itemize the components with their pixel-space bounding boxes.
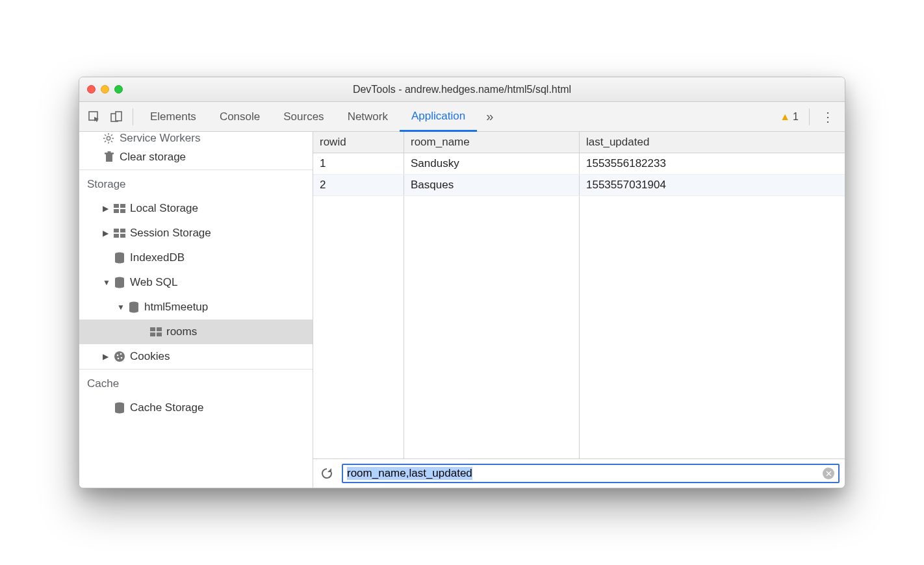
svg-rect-19 [114, 229, 119, 232]
tabs-overflow-icon[interactable]: » [477, 102, 502, 131]
sidebar-item-websql[interactable]: ▼ Web SQL [79, 270, 313, 295]
svg-point-32 [120, 353, 122, 355]
titlebar: DevTools - andrew.hedges.name/html5/sql.… [79, 77, 845, 102]
table-icon [113, 204, 126, 213]
trash-icon [103, 151, 116, 163]
svg-point-30 [114, 351, 125, 362]
svg-rect-16 [120, 204, 125, 208]
settings-menu-icon[interactable]: ⋮ [815, 109, 841, 125]
device-toolbar-icon[interactable] [105, 106, 127, 128]
inspect-element-icon[interactable] [83, 106, 105, 128]
svg-rect-21 [114, 234, 119, 238]
svg-rect-28 [150, 333, 155, 336]
svg-point-31 [117, 355, 119, 357]
sidebar-item-indexeddb[interactable]: IndexedDB [79, 245, 313, 270]
svg-line-11 [111, 134, 112, 136]
column-header[interactable]: last_updated [580, 132, 845, 153]
svg-point-3 [107, 136, 110, 140]
table-empty-area [313, 196, 845, 458]
column-header[interactable]: room_name [404, 132, 580, 153]
tab-sources[interactable]: Sources [272, 102, 335, 131]
database-icon [113, 402, 126, 414]
application-sidebar: Service Workers Clear storage Storage ▶ … [79, 132, 313, 488]
table-row[interactable]: 1 Sandusky 1553556182233 [313, 153, 845, 175]
warning-count-value: 1 [793, 111, 799, 123]
sidebar-item-label: Cache Storage [130, 401, 203, 414]
sidebar-item-label: IndexedDB [130, 251, 185, 264]
sidebar-item-clear-storage[interactable]: Clear storage [79, 145, 313, 170]
table-icon [149, 327, 162, 336]
tab-elements[interactable]: Elements [138, 102, 208, 131]
cell: Basques [404, 175, 580, 195]
svg-point-34 [118, 358, 120, 360]
cookie-icon [113, 351, 126, 362]
svg-rect-22 [120, 234, 125, 238]
svg-rect-20 [120, 229, 125, 232]
table-body: 1 Sandusky 1553556182233 2 Basques 15535… [313, 153, 845, 196]
svg-line-9 [111, 141, 112, 142]
window-title: DevTools - andrew.hedges.name/html5/sql.… [79, 84, 845, 95]
chevron-down-icon: ▼ [117, 303, 123, 312]
table-header-row: rowid room_name last_updated [313, 132, 845, 153]
sidebar-item-label: Session Storage [130, 227, 211, 240]
sql-query-input[interactable]: room_name,last_updated ✕ [342, 464, 840, 483]
chevron-down-icon: ▼ [103, 278, 109, 287]
svg-rect-29 [157, 333, 162, 336]
close-window-button[interactable] [87, 85, 96, 94]
sql-query-text: room_name,last_updated [347, 467, 472, 480]
cell: Sandusky [404, 153, 580, 174]
sidebar-item-local-storage[interactable]: ▶ Local Storage [79, 196, 313, 221]
sidebar-item-session-storage[interactable]: ▶ Session Storage [79, 221, 313, 245]
sidebar-item-label: rooms [166, 325, 197, 338]
sidebar-item-cache-storage[interactable]: Cache Storage [79, 396, 313, 420]
tab-application[interactable]: Application [400, 103, 477, 132]
divider [133, 108, 133, 125]
query-bar: room_name,last_updated ✕ [313, 459, 845, 488]
main-panel: rowid room_name last_updated 1 Sandusky … [313, 132, 845, 488]
gear-icon [103, 132, 114, 144]
divider [809, 108, 810, 125]
refresh-icon[interactable] [318, 467, 335, 480]
sidebar-item-label: Web SQL [130, 276, 177, 289]
svg-line-8 [105, 134, 106, 136]
cell: 1553557031904 [580, 175, 845, 195]
database-icon [113, 252, 126, 264]
database-icon [127, 301, 140, 313]
window-controls [87, 85, 123, 94]
warning-icon: ▲ [780, 111, 790, 123]
table-icon [113, 229, 126, 238]
svg-point-33 [121, 357, 123, 359]
svg-rect-17 [114, 209, 119, 213]
warning-count[interactable]: ▲ 1 [780, 111, 799, 123]
tab-console[interactable]: Console [208, 102, 272, 131]
chevron-right-icon: ▶ [103, 204, 109, 213]
sidebar-item-websql-database[interactable]: ▼ html5meetup [79, 295, 313, 320]
clear-input-icon[interactable]: ✕ [823, 468, 834, 479]
svg-rect-13 [105, 153, 114, 155]
sidebar-item-label: Service Workers [120, 132, 200, 145]
zoom-window-button[interactable] [114, 85, 123, 94]
devtools-window: DevTools - andrew.hedges.name/html5/sql.… [79, 77, 845, 488]
devtools-tabbar: Elements Console Sources Network Applica… [79, 102, 845, 132]
minimize-window-button[interactable] [101, 85, 109, 94]
data-table: rowid room_name last_updated 1 Sandusky … [313, 132, 845, 459]
cell: 1 [313, 153, 404, 174]
sidebar-item-label: Cookies [130, 350, 170, 363]
tab-network[interactable]: Network [336, 102, 400, 131]
sidebar-item-label: Local Storage [130, 202, 198, 215]
chevron-right-icon: ▶ [103, 229, 109, 238]
svg-rect-12 [106, 154, 112, 162]
sidebar-item-cookies[interactable]: ▶ Cookies [79, 344, 313, 369]
svg-rect-18 [120, 209, 125, 213]
sidebar-item-truncated[interactable]: Service Workers [79, 132, 313, 145]
content-area: Service Workers Clear storage Storage ▶ … [79, 132, 845, 488]
column-header[interactable]: rowid [313, 132, 404, 153]
chevron-right-icon: ▶ [103, 352, 109, 361]
svg-rect-26 [150, 327, 155, 331]
table-row[interactable]: 2 Basques 1553557031904 [313, 175, 845, 196]
svg-rect-2 [116, 112, 122, 121]
sidebar-item-label: html5meetup [144, 301, 208, 314]
cell: 1553556182233 [580, 153, 845, 174]
sidebar-item-websql-table[interactable]: rooms [79, 320, 313, 344]
database-icon [113, 277, 126, 288]
